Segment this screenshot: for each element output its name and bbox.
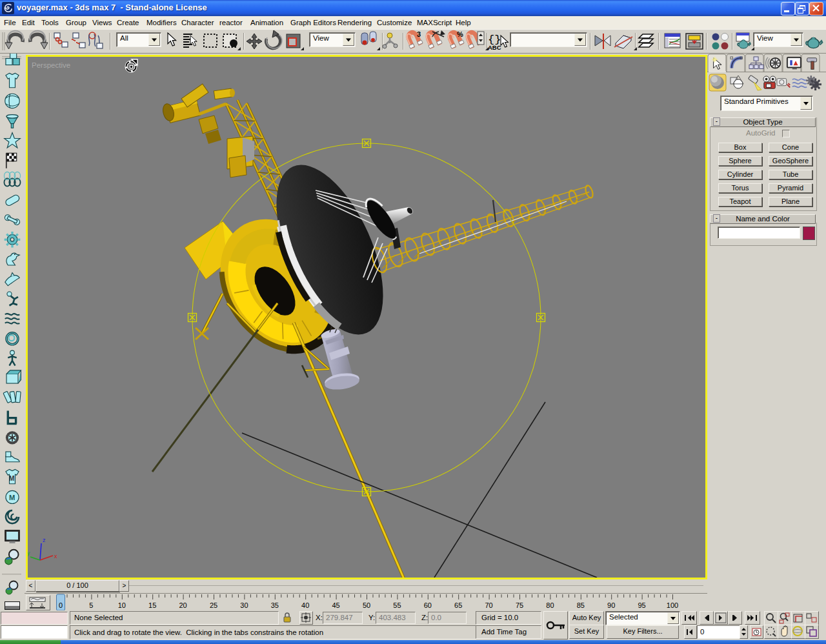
svg-text:60: 60 xyxy=(424,601,432,609)
svg-text:M: M xyxy=(9,494,15,501)
svg-text:70: 70 xyxy=(485,601,492,609)
svg-text:10: 10 xyxy=(118,601,126,609)
svg-text:30: 30 xyxy=(240,601,248,609)
svg-text:M: M xyxy=(9,475,14,482)
svg-text:65: 65 xyxy=(454,601,462,609)
svg-text:0: 0 xyxy=(59,601,63,609)
svg-text:20: 20 xyxy=(179,601,186,609)
svg-text:80: 80 xyxy=(546,601,554,609)
svg-text:ABC: ABC xyxy=(488,44,501,51)
svg-text:75: 75 xyxy=(516,601,523,609)
svg-text:%: % xyxy=(457,30,463,38)
svg-text:55: 55 xyxy=(393,601,401,609)
svg-text:x: x xyxy=(54,553,57,559)
svg-text:z: z xyxy=(43,537,46,543)
svg-text:85: 85 xyxy=(577,601,585,609)
svg-text:50: 50 xyxy=(363,601,370,609)
svg-text:Perspective: Perspective xyxy=(32,61,70,69)
svg-text:90: 90 xyxy=(607,601,615,609)
svg-text:45: 45 xyxy=(332,601,339,609)
svg-text:95: 95 xyxy=(638,601,645,609)
svg-text:3: 3 xyxy=(417,30,421,38)
svg-text:15: 15 xyxy=(148,601,156,609)
svg-text:25: 25 xyxy=(210,601,217,609)
svg-text:35: 35 xyxy=(271,601,279,609)
svg-text:5: 5 xyxy=(89,601,93,609)
svg-text:100: 100 xyxy=(667,601,678,609)
svg-text:y: y xyxy=(28,550,30,556)
svg-text:40: 40 xyxy=(301,601,309,609)
